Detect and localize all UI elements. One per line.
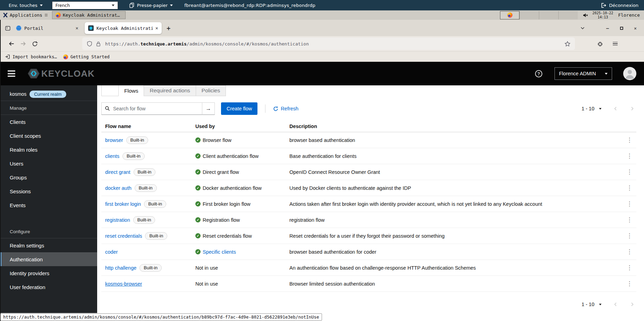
tab-flows[interactable]: Flows xyxy=(119,85,144,96)
kebab-menu-icon[interactable]: ⋮ xyxy=(627,137,633,143)
logout-button[interactable]: Déconnexion xyxy=(600,2,644,8)
logout-icon xyxy=(600,2,606,8)
maximize-button[interactable] xyxy=(617,27,626,30)
language-select[interactable]: French xyxy=(52,1,118,9)
tray-username: Florence xyxy=(618,12,640,18)
pagination-next-button[interactable] xyxy=(629,106,635,111)
keycloak-logo[interactable]: KEYCLOAK xyxy=(26,66,95,81)
firefox-view-button[interactable] xyxy=(3,23,12,33)
sidebar-item-groups[interactable]: Groups xyxy=(0,170,97,184)
pagination-prev-button[interactable] xyxy=(613,302,618,307)
new-tab-button[interactable]: + xyxy=(167,24,170,32)
firefox-icon xyxy=(56,12,61,18)
flow-name-link[interactable]: docker auth xyxy=(105,185,132,191)
nav-toggle-button[interactable] xyxy=(8,70,15,77)
kebab-menu-icon[interactable]: ⋮ xyxy=(627,233,633,239)
env-touches-menu[interactable]: Env. touches xyxy=(9,3,43,8)
used-by-text: Browser flow xyxy=(203,137,231,143)
taskbar-window-button[interactable]: Keycloak Administrat… xyxy=(52,11,126,19)
workspace-1[interactable] xyxy=(500,11,519,19)
search-submit-button[interactable]: → xyxy=(202,102,215,115)
check-circle-icon: ✓ xyxy=(195,217,201,222)
sidebar-item-realm-settings[interactable]: Realm settings xyxy=(0,238,97,252)
pagination-menu-caret-icon[interactable] xyxy=(599,108,601,110)
clock[interactable]: 2025-10-22 14:13 xyxy=(592,11,613,19)
help-button[interactable]: ? xyxy=(535,70,542,77)
flow-name-link[interactable]: clients xyxy=(105,153,119,159)
kebab-menu-icon[interactable]: ⋮ xyxy=(627,169,633,175)
extensions-button[interactable] xyxy=(597,41,603,47)
reload-button[interactable] xyxy=(32,41,38,47)
tab-close-icon[interactable]: × xyxy=(155,25,158,31)
sidebar-item-events[interactable]: Events xyxy=(0,198,97,212)
sidebar-item-clients[interactable]: Clients xyxy=(0,115,97,129)
tabstrip-spacer xyxy=(101,85,119,96)
used-by-text: Docker authentication flow xyxy=(203,185,262,191)
kebab-menu-icon[interactable]: ⋮ xyxy=(627,217,633,223)
tab-required-actions[interactable]: Required actions xyxy=(144,85,196,96)
workspace-3[interactable] xyxy=(539,11,558,19)
sidebar-item-realm-roles[interactable]: Realm roles xyxy=(0,143,97,157)
pagination-next-button[interactable] xyxy=(629,302,635,307)
speaker-muted-icon[interactable] xyxy=(583,12,588,18)
pagination-menu-caret-icon[interactable] xyxy=(599,304,601,305)
bookmark-import[interactable]: Import bookmarks… xyxy=(5,54,57,59)
actions-cell: ⋮ xyxy=(622,168,636,176)
sidebar-item-authentication[interactable]: Authentication xyxy=(0,252,97,266)
kebab-menu-icon[interactable]: ⋮ xyxy=(627,264,633,271)
flow-name-link[interactable]: reset credentials xyxy=(105,233,142,239)
back-button[interactable] xyxy=(8,41,15,47)
kc-tabstrip: FlowsRequired actionsPolicies xyxy=(97,85,644,96)
flow-name-link[interactable]: coder xyxy=(105,249,118,255)
sidebar-item-user-federation[interactable]: User federation xyxy=(0,280,97,294)
minimize-button[interactable]: – xyxy=(603,26,612,31)
avatar[interactable] xyxy=(623,67,636,80)
flow-name-link[interactable]: http challenge xyxy=(105,265,136,271)
kebab-menu-icon[interactable]: ⋮ xyxy=(627,280,633,287)
url-bar[interactable]: https://auth.technique.artemis/admin/kos… xyxy=(82,37,575,50)
built-in-badge: Built-in xyxy=(122,152,145,160)
kebab-menu-icon[interactable]: ⋮ xyxy=(627,153,633,159)
realm-selector[interactable]: kosmos Current realm xyxy=(0,85,97,101)
flow-name-link[interactable]: first broker login xyxy=(105,201,141,207)
flow-name-link[interactable]: direct grant xyxy=(105,169,130,175)
browser-menu-button[interactable] xyxy=(613,42,618,46)
workspace-2[interactable] xyxy=(519,11,539,19)
tab-policies[interactable]: Policies xyxy=(196,85,226,96)
flow-name-link[interactable]: registration xyxy=(105,217,130,223)
browser-tab-keycloak[interactable]: Keycloak Administrati × xyxy=(85,22,162,34)
window-left-edge xyxy=(0,20,1,321)
col-flow-name: Flow name xyxy=(101,124,195,129)
refresh-button[interactable]: Refresh xyxy=(273,106,298,111)
used-by-cell: ✓ Direct grant flow xyxy=(195,169,289,175)
check-circle-icon: ✓ xyxy=(195,233,201,238)
forward-button[interactable] xyxy=(20,41,26,47)
bookmark-star-icon[interactable] xyxy=(565,41,570,47)
caret-down-icon xyxy=(170,5,173,6)
kebab-menu-icon[interactable]: ⋮ xyxy=(627,201,633,207)
tab-close-icon[interactable]: × xyxy=(76,25,78,31)
sidebar-item-identity-providers[interactable]: Identity providers xyxy=(0,266,97,280)
create-flow-button[interactable]: Create flow xyxy=(221,102,257,115)
sidebar-item-sessions[interactable]: Sessions xyxy=(0,184,97,198)
browser-tabbar: Portail × Keycloak Administrati × + – ✕ xyxy=(0,20,644,36)
keycloak-favicon xyxy=(88,25,94,31)
sidebar-item-client-scopes[interactable]: Client scopes xyxy=(0,129,97,143)
kebab-menu-icon[interactable]: ⋮ xyxy=(627,248,633,255)
browser-tab-portail[interactable]: Portail × xyxy=(12,22,82,34)
bookmark-getting-started[interactable]: Getting Started xyxy=(63,54,110,59)
flow-name-link[interactable]: browser xyxy=(105,137,123,143)
search-input[interactable] xyxy=(101,102,202,115)
caret-down-icon xyxy=(112,5,115,6)
kebab-menu-icon[interactable]: ⋮ xyxy=(627,185,633,191)
close-button[interactable]: ✕ xyxy=(631,26,640,31)
user-menu[interactable]: Florence ADMIN xyxy=(554,67,612,80)
applications-menu[interactable]: Applications xyxy=(3,12,48,18)
sidebar-item-users[interactable]: Users xyxy=(0,157,97,170)
tab-list-button[interactable] xyxy=(578,26,587,31)
workspace-4[interactable] xyxy=(558,11,578,19)
workspace-pager[interactable] xyxy=(500,11,578,19)
clipboard-menu[interactable]: Presse-papier xyxy=(129,2,173,8)
pagination-prev-button[interactable] xyxy=(613,106,618,111)
flow-name-link[interactable]: kosmos-browser xyxy=(105,281,142,287)
